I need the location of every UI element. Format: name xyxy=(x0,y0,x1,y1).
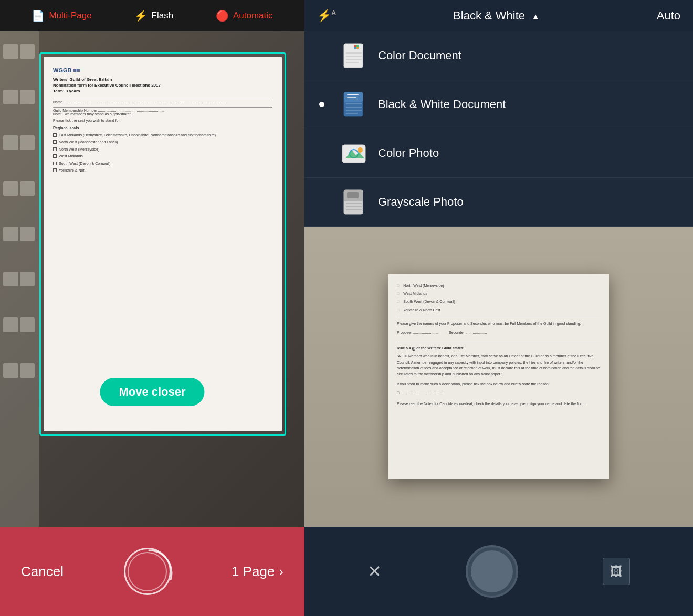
flash-auto-icon[interactable]: ⚡A xyxy=(317,9,336,23)
svg-rect-2 xyxy=(344,44,363,51)
multipage-button[interactable]: 📄 Multi-Page xyxy=(32,9,91,22)
svg-rect-6 xyxy=(354,47,356,49)
unselected-indicator xyxy=(319,199,324,205)
right-preview: □North West (Merseyside) □West Midlands … xyxy=(304,227,693,527)
mode-color-document[interactable]: Color Document xyxy=(304,31,693,80)
svg-point-0 xyxy=(127,550,172,596)
cancel-button[interactable]: Cancel xyxy=(21,564,64,580)
auto-label: Automatic xyxy=(233,10,273,21)
mode-label-color-photo: Color Photo xyxy=(378,146,439,160)
up-arrow-icon: ▲ xyxy=(531,12,540,21)
svg-rect-14 xyxy=(347,94,359,95)
capture-button[interactable] xyxy=(466,545,518,598)
document-paper: WGGB ≡≡ Writers' Guild of Great BritainN… xyxy=(44,57,282,431)
auto-button[interactable]: 🔴 Automatic xyxy=(216,9,273,22)
scan-mode-title[interactable]: Black & White ▲ xyxy=(346,9,646,23)
camera-panel: 📄 Multi-Page ⚡ Flash 🔴 Automatic xyxy=(0,0,304,616)
selected-indicator xyxy=(319,102,324,107)
right-toolbar: ⚡A Black & White ▲ Auto xyxy=(304,0,693,31)
move-closer-badge: Move closer xyxy=(100,378,204,406)
page-count[interactable]: 1 Page › xyxy=(232,564,284,580)
mode-list: Color Document xyxy=(304,31,693,227)
mode-label-grayscale-photo: Grayscale Photo xyxy=(378,195,464,209)
multipage-icon: 📄 xyxy=(32,9,45,22)
svg-rect-4 xyxy=(354,45,356,47)
left-bottom-bar: Cancel 1 Page › xyxy=(0,527,304,616)
flash-icon: ⚡ xyxy=(134,9,148,22)
mode-color-photo[interactable]: Color Photo xyxy=(304,129,693,178)
right-bottom-bar: ✕ 🖼 xyxy=(304,527,693,616)
flash-label: Flash xyxy=(152,10,174,21)
close-button[interactable]: ✕ xyxy=(368,561,382,581)
grayscale-photo-icon xyxy=(340,188,368,216)
svg-rect-7 xyxy=(356,47,359,49)
svg-rect-15 xyxy=(347,97,356,98)
settings-panel: ⚡A Black & White ▲ Auto xyxy=(304,0,693,616)
multipage-label: Multi-Page xyxy=(49,10,91,21)
color-photo-icon xyxy=(340,140,368,167)
capture-inner xyxy=(471,550,513,592)
mode-grayscale-photo[interactable]: Grayscale Photo xyxy=(304,178,693,227)
gallery-icon: 🖼 xyxy=(610,564,623,579)
svg-rect-16 xyxy=(347,99,358,99)
unselected-indicator xyxy=(319,151,324,156)
svg-rect-5 xyxy=(356,45,359,47)
mode-label-bw-document: Black & White Document xyxy=(378,98,506,111)
mode-bw-document[interactable]: Black & White Document xyxy=(304,80,693,129)
left-toolbar: 📄 Multi-Page ⚡ Flash 🔴 Automatic xyxy=(0,0,304,31)
shutter-button[interactable] xyxy=(124,548,171,595)
camera-view: WGGB ≡≡ Writers' Guild of Great BritainN… xyxy=(0,31,304,527)
svg-point-24 xyxy=(358,147,363,153)
auto-icon: 🔴 xyxy=(216,9,229,22)
bw-document-icon xyxy=(340,91,368,118)
shutter-arc xyxy=(125,549,173,597)
preview-container: □North West (Merseyside) □West Midlands … xyxy=(304,227,693,527)
unselected-indicator xyxy=(319,53,324,58)
svg-rect-30 xyxy=(347,192,359,198)
gallery-button[interactable]: 🖼 xyxy=(603,558,630,585)
flash-button[interactable]: ⚡ Flash xyxy=(134,9,174,22)
mode-label-color-document: Color Document xyxy=(378,49,461,62)
color-document-icon xyxy=(340,42,368,69)
auto-mode-label[interactable]: Auto xyxy=(657,9,680,23)
